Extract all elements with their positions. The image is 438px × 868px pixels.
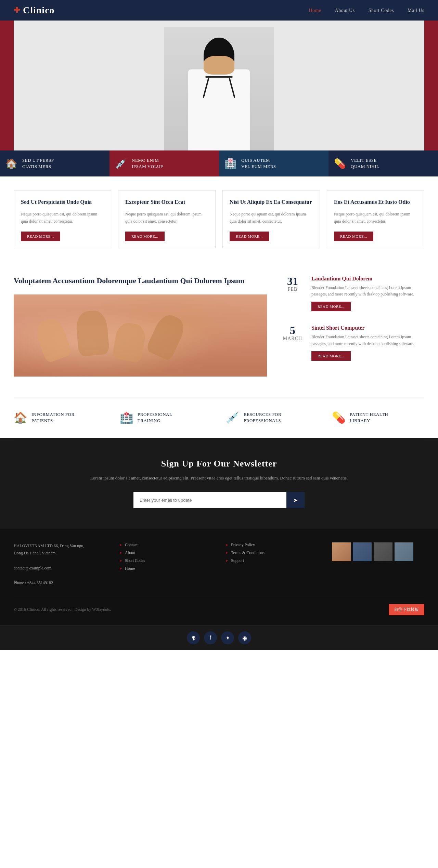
hero-bg-left <box>0 21 14 150</box>
feature-bar-4[interactable]: 💊 Velit Esse Quam Nihil <box>328 150 438 176</box>
service-card-2-title: Excepteur Sint Occa Ecat <box>125 199 208 206</box>
feature-bar-text-4: Velit Esse Quam Nihil <box>351 157 379 170</box>
service-card-4: Eos Et Accusamus Et Iusto Odio Neque por… <box>327 190 424 248</box>
nav-home[interactable]: Home <box>309 8 321 13</box>
hero-bg-right <box>424 21 438 150</box>
footer-copyright: © 2016 Clinico. All rights reserved | De… <box>14 607 111 612</box>
footer-link-support-a[interactable]: Support <box>231 558 244 563</box>
feature-bar-icon-4: 💊 <box>334 158 346 169</box>
social-pinterest-btn[interactable]: 𝕻 <box>187 631 200 644</box>
footer-top: HALOVIETNAM LTD 66, Dang Van ngu, Dong D… <box>14 542 424 597</box>
footer-thumb-2 <box>353 542 372 561</box>
news-date-2: 5 March <box>281 325 305 360</box>
nav-mail[interactable]: Mail Us <box>408 8 424 13</box>
newsletter-body: Lorem ipsum dolor sit amet, consectetur … <box>68 474 370 482</box>
footer-link-shortcodes-a[interactable]: Short Codes <box>125 558 145 563</box>
news-body-2: Sintel Short Computer Blender Foundation… <box>311 325 424 360</box>
hands-image <box>14 294 267 377</box>
service-card-1-title: Sed Ut Perspiciatis Unde Quia <box>21 199 104 206</box>
footer-thumb-1 <box>332 542 351 561</box>
service-card-3: Nisi Ut Aliquip Ex Ea Consequatur Neque … <box>222 190 320 248</box>
bottom-link-text-1: Information For Patients <box>31 411 75 424</box>
news-btn-2[interactable]: Read More... <box>311 351 351 361</box>
bottom-link-icon-3: 💉 <box>226 411 240 424</box>
footer-link-about[interactable]: About <box>120 550 212 555</box>
services-section: Sed Ut Perspiciatis Unde Quia Neque porr… <box>0 176 438 262</box>
newsletter-title: Sign Up For Our Newsletter <box>68 459 370 469</box>
footer-link-home[interactable]: Home <box>120 566 212 571</box>
main-heading: Voluptatem Accusantium Doloremque Laudan… <box>14 276 267 286</box>
service-card-1-btn[interactable]: Read More... <box>21 232 60 241</box>
news-month-1: Feb <box>281 287 305 292</box>
bottom-link-2[interactable]: 🏥 Professional Training <box>120 411 212 424</box>
service-card-3-btn[interactable]: Read More... <box>230 232 269 241</box>
feature-bars: 🏠 Sed Ut Persp Ciatis Mers 💉 Nemo Enim I… <box>0 150 438 176</box>
bottom-link-1[interactable]: 🏠 Information For Patients <box>14 411 106 424</box>
news-btn-1[interactable]: Read More... <box>311 302 351 311</box>
news-date-1: 31 Feb <box>281 276 305 311</box>
service-card-3-title: Nisi Ut Aliquip Ex Ea Consequatur <box>230 199 313 206</box>
nav-links: Home About Us Short Codes Mail Us <box>309 7 424 13</box>
bottom-link-text-2: Professional Training <box>138 411 172 424</box>
feature-bar-icon-1: 🏠 <box>5 158 17 169</box>
footer: HALOVIETNAM LTD 66, Dang Van ngu, Dong D… <box>0 529 438 626</box>
dribbble-icon: ✦ <box>226 635 230 641</box>
bottom-link-text-4: Patient Health Library <box>350 411 388 424</box>
news-title-1[interactable]: Laudantium Qui Dolorem <box>311 276 424 282</box>
feature-bar-3[interactable]: 🏥 Quis Autem Vel Eum Mers <box>219 150 328 176</box>
service-card-1: Sed Ut Perspiciatis Unde Quia Neque porr… <box>14 190 111 248</box>
logo: ✚ Clinico <box>14 5 55 16</box>
newsletter-submit-btn[interactable]: ➤ <box>286 492 305 508</box>
footer-links-list-1: Contact About Short Codes Home <box>120 542 212 571</box>
download-button[interactable]: 前往下载模板 <box>389 604 424 615</box>
footer-link-terms-a[interactable]: Terms & Conditions <box>231 550 265 555</box>
social-facebook-btn[interactable]: f <box>204 631 217 644</box>
nav-shortcodes[interactable]: Short Codes <box>369 8 394 13</box>
feature-bar-2[interactable]: 💉 Nemo Enim Ipsam Volup <box>110 150 219 176</box>
feature-bar-1[interactable]: 🏠 Sed Ut Persp Ciatis Mers <box>0 150 110 176</box>
footer-link-privacy-a[interactable]: Privacy Policy <box>231 542 255 548</box>
nav-about[interactable]: About Us <box>335 8 355 13</box>
navbar: ✚ Clinico Home About Us Short Codes Mail… <box>0 0 438 21</box>
footer-link-contact-a[interactable]: Contact <box>125 542 138 548</box>
footer-link-shortcodes[interactable]: Short Codes <box>120 558 212 563</box>
newsletter-section: Sign Up For Our Newsletter Lorem ipsum d… <box>0 438 438 529</box>
footer-thumb-4 <box>395 542 413 561</box>
service-card-1-body: Neque porro quisquam est, qui dolorem ip… <box>21 211 104 225</box>
bottom-link-icon-4: 💊 <box>332 411 346 424</box>
bottom-link-icon-1: 🏠 <box>14 411 27 424</box>
feature-bar-text-2: Nemo Enim Ipsam Volup <box>132 157 163 170</box>
facebook-icon: f <box>210 635 211 641</box>
footer-bottom: © 2016 Clinico. All rights reserved | De… <box>14 597 424 619</box>
rss-icon: ◉ <box>242 635 247 641</box>
service-card-2-btn[interactable]: Read More... <box>125 232 165 241</box>
news-title-2[interactable]: Sintel Short Computer <box>311 325 424 331</box>
footer-link-terms[interactable]: Terms & Conditions <box>226 550 318 555</box>
footer-address-text: HALOVIETNAM LTD 66, Dang Van ngu, Dong D… <box>14 542 106 587</box>
bottom-link-3[interactable]: 💉 Resources For Professionals <box>226 411 318 424</box>
footer-link-contact[interactable]: Contact <box>120 542 212 548</box>
footer-link-about-a[interactable]: About <box>125 550 135 555</box>
feature-bar-icon-3: 🏥 <box>224 158 236 169</box>
footer-link-support[interactable]: Support <box>226 558 318 563</box>
bottom-links: 🏠 Information For Patients 🏥 Professiona… <box>0 397 438 438</box>
feature-bar-icon-2: 💉 <box>115 158 127 169</box>
news-month-2: March <box>281 336 305 341</box>
news-item-1: 31 Feb Laudantium Qui Dolorem Blender Fo… <box>281 276 424 311</box>
newsletter-form: ➤ <box>133 492 305 508</box>
footer-link-home-a[interactable]: Home <box>125 566 135 571</box>
newsletter-email-input[interactable] <box>133 492 286 508</box>
feature-bar-text-3: Quis Autem Vel Eum Mers <box>241 157 276 170</box>
bottom-link-icon-2: 🏥 <box>120 411 133 424</box>
pinterest-icon: 𝕻 <box>192 635 195 641</box>
footer-link-privacy[interactable]: Privacy Policy <box>226 542 318 548</box>
service-card-4-btn[interactable]: Read More... <box>334 232 373 241</box>
social-dribbble-btn[interactable]: ✦ <box>221 631 234 644</box>
bottom-link-text-3: Resources For Professionals <box>244 411 281 424</box>
service-card-4-title: Eos Et Accusamus Et Iusto Odio <box>334 199 417 206</box>
social-rss-btn[interactable]: ◉ <box>238 631 251 644</box>
bottom-link-4[interactable]: 💊 Patient Health Library <box>332 411 424 424</box>
news-text-1: Blender Foundation Letraset sheets conta… <box>311 285 424 298</box>
footer-thumbnails <box>332 542 424 561</box>
hero-doctor-image <box>164 27 274 150</box>
